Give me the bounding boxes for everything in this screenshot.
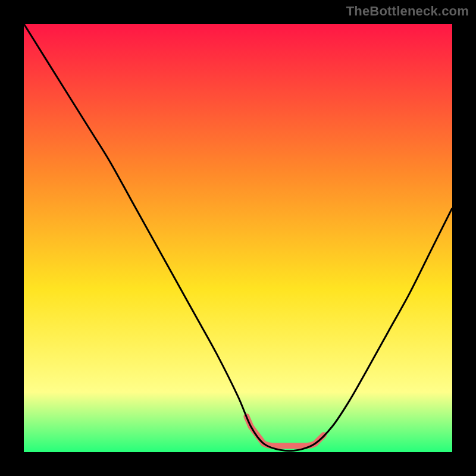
chart-curve-layer [24,24,452,452]
red-strip-annotation [246,416,324,446]
chart-area [24,24,452,452]
attribution-watermark: TheBottleneck.com [346,4,469,19]
page-frame: TheBottleneck.com [0,0,476,476]
bottleneck-curve [24,24,452,451]
